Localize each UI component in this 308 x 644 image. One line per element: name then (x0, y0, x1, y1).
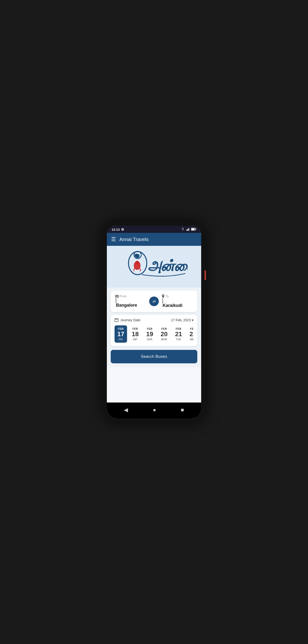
svg-rect-2 (187, 229, 188, 231)
date-number: 19 (146, 331, 153, 338)
date-number: 20 (161, 331, 168, 338)
route-row: From Bangalore ⇄ (115, 294, 193, 308)
date-number: 18 (132, 331, 139, 338)
svg-point-16 (116, 297, 116, 298)
volume-button (205, 270, 206, 280)
to-label: To (162, 294, 193, 298)
phone-frame: 12:13 ⚙ (103, 222, 205, 422)
svg-rect-3 (188, 228, 189, 231)
date-number: 17 (117, 331, 124, 338)
date-item-21[interactable]: FEB 21 TUE (172, 325, 185, 343)
home-button[interactable]: ● (149, 406, 160, 414)
signal-icon (186, 228, 190, 232)
date-month: FEB (190, 327, 194, 330)
date-number: 21 (175, 331, 182, 338)
svg-rect-20 (115, 319, 118, 322)
svg-point-19 (163, 295, 164, 296)
date-day: FRI (119, 338, 123, 341)
date-number: 22 (190, 331, 194, 338)
settings-icon: ⚙ (121, 228, 124, 232)
logo-section: அன்னை (107, 246, 201, 288)
date-item-20[interactable]: FEB 20 MON (158, 325, 170, 343)
recents-button[interactable]: ■ (177, 406, 188, 414)
date-item-17[interactable]: FEB 17 FRI (114, 325, 127, 343)
date-item-22[interactable]: FEB 22 WED (187, 325, 194, 343)
from-label: From (115, 294, 146, 298)
battery-icon (191, 228, 196, 232)
app-title: Annai Travels (119, 237, 148, 242)
menu-button[interactable]: ☰ (111, 236, 116, 242)
from-value: Bangalore (115, 303, 146, 308)
date-section: Journey Date 17 Feb, 2023 ▾ FEB 17 FRI F… (111, 315, 197, 346)
status-left: 12:13 ⚙ (112, 228, 124, 232)
bus-icon (115, 294, 119, 298)
date-item-18[interactable]: FEB 18 SAT (129, 325, 141, 343)
date-month: FEB (176, 327, 182, 330)
to-value: Karaikudi (162, 303, 193, 308)
status-right (181, 228, 196, 232)
date-day: SUN (147, 338, 152, 341)
date-month: FEB (161, 327, 167, 330)
date-item-19[interactable]: FEB 19 SUN (143, 325, 156, 343)
date-month: FEB (147, 327, 152, 330)
main-content: அன்னை (107, 246, 201, 402)
status-bar: 12:13 ⚙ (107, 226, 201, 233)
calendar-icon (114, 318, 118, 322)
date-month: FEB (132, 327, 138, 330)
date-month: FEB (118, 327, 124, 330)
app-bar: ☰ Annai Travels (107, 233, 201, 246)
status-time: 12:13 (112, 228, 120, 232)
svg-text:அன்னை: அன்னை (148, 258, 188, 274)
svg-rect-6 (192, 228, 195, 230)
svg-rect-4 (189, 228, 190, 231)
svg-rect-15 (117, 296, 118, 296)
date-day: SAT (133, 338, 138, 341)
phone-screen: 12:13 ⚙ (107, 226, 201, 418)
date-scroll: FEB 17 FRI FEB 18 SAT FEB 19 SUN FEB 20 … (114, 325, 194, 343)
bottom-nav: ◀ ● ■ (107, 402, 201, 418)
back-button[interactable]: ◀ (120, 406, 132, 414)
svg-point-17 (118, 297, 118, 298)
route-search-card: From Bangalore ⇄ (111, 290, 197, 312)
svg-point-0 (183, 230, 183, 231)
journey-label: Journey Date (114, 318, 140, 322)
search-buses-button[interactable]: Search Buses (111, 350, 197, 363)
swap-button[interactable]: ⇄ (149, 296, 159, 306)
annai-logo: அன்னை (120, 251, 188, 282)
date-day: TUE (176, 338, 181, 341)
wifi-icon (181, 228, 185, 232)
date-header: Journey Date 17 Feb, 2023 ▾ (114, 318, 194, 322)
content-spacer (107, 367, 201, 402)
date-day: WED (190, 338, 194, 341)
from-item[interactable]: From Bangalore (115, 294, 146, 308)
svg-rect-1 (186, 230, 187, 231)
svg-rect-7 (196, 229, 196, 230)
svg-rect-14 (115, 296, 117, 296)
to-item[interactable]: To Karaikudi (162, 294, 193, 308)
selected-date[interactable]: 17 Feb, 2023 ▾ (171, 318, 194, 322)
svg-point-11 (135, 261, 139, 264)
location-icon (162, 294, 165, 298)
date-day: MON (161, 338, 167, 341)
